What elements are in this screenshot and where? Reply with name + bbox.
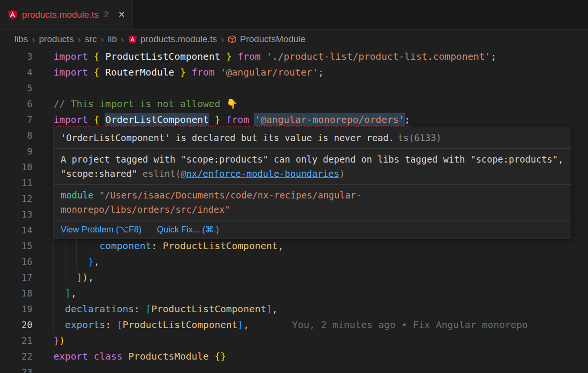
line-number[interactable]: 4 [0, 65, 32, 80]
line-number[interactable]: 23 [0, 364, 32, 373]
code-line[interactable]: import { OrderListComponent } from '@ang… [53, 112, 588, 128]
tab-bar: products.module.ts 2 × [0, 0, 588, 30]
editor-line-19: 19 declarations: [ProductListComponent], [0, 301, 588, 317]
module-path-line1: "/Users/isaac/Documents/code/nx-recipes/… [99, 190, 362, 200]
line-number[interactable]: 16 [0, 254, 32, 270]
code-line[interactable] [53, 364, 588, 373]
indent-guide [53, 238, 54, 254]
line-number[interactable]: 8 [0, 128, 32, 143]
chevron-right-icon: › [217, 33, 228, 45]
line-number[interactable]: 6 [0, 96, 32, 112]
indent-guide [53, 317, 54, 333]
code-line[interactable]: exports: [ProductListComponent],You, 2 m… [53, 317, 588, 333]
breadcrumb-label: products.module.ts [140, 34, 217, 44]
line-number[interactable]: 7 [0, 112, 32, 128]
indent-guide [76, 238, 77, 254]
tab-title: products.module.ts [22, 10, 99, 20]
editor-line-21: 21}) [0, 333, 588, 349]
code-line[interactable]: ]), [53, 270, 588, 285]
editor-line-15: 15 component: ProductListComponent, [0, 238, 588, 254]
editor-line-3: 3import { ProductListComponent } from '.… [0, 49, 588, 65]
line-number[interactable]: 12 [0, 191, 32, 207]
line-number[interactable]: 15 [0, 238, 32, 254]
breadcrumb-item-src[interactable]: src [85, 34, 96, 44]
code-line[interactable]: component: ProductListComponent, [53, 238, 588, 254]
breadcrumb-item-lib[interactable]: lib [108, 34, 117, 44]
breadcrumb-label: products [39, 34, 74, 44]
indent-guide [65, 238, 65, 254]
hover-module-info: module"/Users/isaac/Documents/code/nx-re… [54, 185, 571, 220]
breadcrumb-item-productsmodule[interactable]: ProductsModule [228, 34, 305, 44]
line-number[interactable]: 22 [0, 349, 32, 364]
code-line[interactable]: import { ProductListComponent } from './… [53, 49, 588, 65]
line-number[interactable]: 11 [0, 175, 32, 191]
editor-line-5: 5 [0, 80, 588, 96]
code-line[interactable]: ], [53, 285, 588, 301]
line-number[interactable]: 9 [0, 143, 32, 159]
angular-icon [8, 10, 18, 20]
indent-guide [76, 254, 77, 270]
code-line[interactable]: export class ProductsModule {} [53, 349, 588, 364]
ts-error-code: ts(6133) [398, 132, 442, 143]
chevron-right-icon: › [28, 33, 39, 45]
hover-widget: 'OrderListComponent' is declared but its… [53, 127, 571, 239]
breadcrumb-label: lib [108, 34, 117, 44]
code-line[interactable] [53, 80, 588, 96]
eslint-source-prefix: eslint( [143, 168, 181, 179]
editor-line-20: 20 exports: [ProductListComponent],You, … [0, 317, 588, 333]
line-number[interactable]: 5 [0, 80, 32, 96]
eslint-source-suffix: ) [339, 168, 344, 179]
line-number[interactable]: 21 [0, 333, 32, 349]
indent-guide [65, 270, 65, 285]
breadcrumb-label: ProductsModule [240, 34, 305, 44]
module-keyword: module [61, 190, 94, 200]
line-number[interactable]: 3 [0, 49, 32, 65]
hover-status-bar: View Problem (⌥F8) Quick Fix... (⌘.) [54, 220, 571, 239]
git-blame-annotation: You, 2 minutes ago • Fix Angular monorep… [292, 319, 528, 330]
indent-guide [53, 254, 54, 270]
line-number[interactable]: 14 [0, 222, 32, 238]
tab-products-module-ts[interactable]: products.module.ts 2 × [0, 0, 133, 29]
hover-eslint-message: A project tagged with "scope:products" c… [54, 149, 571, 185]
line-number[interactable]: 18 [0, 285, 32, 301]
code-line[interactable]: }, [53, 254, 588, 270]
code-line[interactable]: // This import is not allowed 👇 [53, 96, 588, 112]
breadcrumb-item-products-module-ts[interactable]: products.module.ts [128, 34, 217, 44]
editor-line-4: 4import { RouterModule } from '@angular/… [0, 65, 588, 80]
indent-guide [53, 270, 54, 285]
indent-guide [53, 285, 54, 301]
close-icon[interactable]: × [118, 9, 125, 20]
breadcrumb: libs›products›src›lib›products.module.ts… [0, 30, 588, 49]
line-number[interactable]: 19 [0, 301, 32, 317]
editor-line-22: 22export class ProductsModule {} [0, 349, 588, 364]
editor-line-7: 7import { OrderListComponent } from '@an… [0, 112, 588, 128]
hover-ts-message: 'OrderListComponent' is declared but its… [54, 127, 571, 149]
line-number[interactable]: 20 [0, 317, 32, 333]
breadcrumb-label: libs [14, 34, 28, 44]
quick-fix-link[interactable]: Quick Fix... (⌘.) [157, 224, 219, 235]
view-problem-link[interactable]: View Problem (⌥F8) [61, 224, 141, 235]
indent-guide [65, 254, 65, 270]
breadcrumb-label: src [85, 34, 96, 44]
code-line[interactable]: }) [53, 333, 588, 349]
editor: 3import { ProductListComponent } from '.… [0, 49, 588, 373]
breadcrumb-item-libs[interactable]: libs [14, 34, 28, 44]
eslint-rule-link[interactable]: @nx/enforce-module-boundaries [181, 168, 340, 179]
line-number[interactable]: 17 [0, 270, 32, 285]
line-number[interactable]: 13 [0, 207, 32, 222]
line-number[interactable]: 10 [0, 159, 32, 175]
tab-problems-badge: 2 [104, 10, 108, 20]
module-path-line2: monorepo/libs/orders/src/index" [61, 204, 230, 215]
editor-line-18: 18 ], [0, 285, 588, 301]
indent-guide [88, 238, 88, 254]
chevron-right-icon: › [97, 33, 108, 45]
chevron-right-icon: › [117, 33, 128, 45]
angular-icon [128, 35, 137, 44]
chevron-right-icon: › [74, 33, 85, 45]
breadcrumb-item-products[interactable]: products [39, 34, 74, 44]
editor-line-6: 6// This import is not allowed 👇 [0, 96, 588, 112]
editor-line-16: 16 }, [0, 254, 588, 270]
indent-guide [53, 301, 54, 317]
code-line[interactable]: declarations: [ProductListComponent], [53, 301, 588, 317]
code-line[interactable]: import { RouterModule } from '@angular/r… [53, 65, 588, 80]
